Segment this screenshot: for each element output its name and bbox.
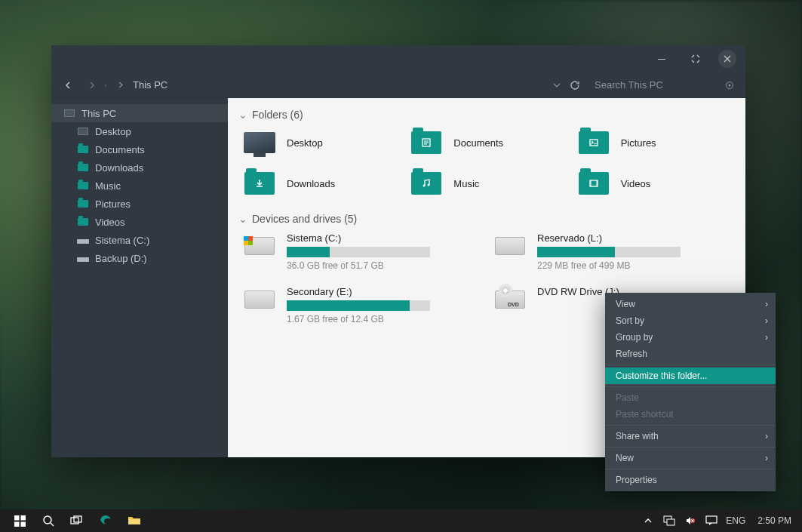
folder-videos[interactable]: Videos [577, 169, 735, 198]
folder-music[interactable]: Music [410, 169, 567, 198]
sidebar-item-label: Music [95, 180, 121, 192]
section-header-drives[interactable]: ⌄Devices and drives (5) [238, 213, 735, 225]
music-folder-icon [410, 169, 443, 198]
sidebar-item-music[interactable]: Music [51, 177, 228, 195]
sidebar-item-label: Desktop [95, 126, 131, 137]
navigation-pane: This PC Desktop Documents Downloads Musi… [51, 98, 228, 457]
file-explorer-button[interactable] [121, 510, 148, 531]
sidebar-item-videos[interactable]: Videos [51, 213, 228, 231]
close-button[interactable] [718, 50, 736, 68]
refresh-button[interactable] [564, 80, 585, 91]
address-dropdown-button[interactable] [549, 83, 564, 88]
menu-item-properties[interactable]: Properties [605, 472, 776, 488]
section-title: Folders (6) [252, 109, 303, 121]
search-input[interactable] [595, 79, 721, 91]
sidebar-item-this-pc[interactable]: This PC [51, 104, 228, 122]
svg-rect-14 [20, 521, 26, 527]
section-title: Devices and drives (5) [252, 213, 357, 225]
svg-rect-4 [590, 140, 598, 146]
titlebar [51, 45, 745, 72]
drive-label: Sistema (C:) [287, 232, 484, 244]
sidebar-item-pictures[interactable]: Pictures [51, 195, 228, 213]
language-indicator[interactable]: ENG [726, 515, 745, 526]
context-menu: View› Sort by› Group by› Refresh Customi… [605, 293, 776, 491]
clock[interactable]: 2:50 PM [753, 515, 796, 526]
drive-label: Reservado (L:) [537, 232, 735, 244]
folder-icon [77, 217, 89, 227]
svg-rect-11 [14, 515, 20, 521]
pictures-folder-icon [577, 128, 610, 157]
recent-locations-button[interactable]: · [104, 78, 113, 92]
drive-secondary-e[interactable]: Secondary (E:)1.67 GB free of 12.4 GB [243, 286, 484, 324]
search-button[interactable] [35, 510, 62, 531]
sidebar-item-label: Documents [95, 144, 145, 155]
address-bar: · This PC [51, 72, 745, 98]
menu-item-sort-by[interactable]: Sort by› [605, 312, 776, 329]
task-view-button[interactable] [63, 510, 91, 531]
menu-item-group-by[interactable]: Group by› [605, 329, 776, 346]
svg-point-2 [729, 84, 731, 86]
monitor-icon [77, 126, 89, 137]
chevron-down-icon: ⌄ [238, 109, 247, 121]
sidebar-item-drive-c[interactable]: Sistema (C:) [51, 231, 228, 249]
folder-label: Documents [453, 137, 503, 149]
svg-rect-9 [590, 180, 592, 186]
drive-icon [77, 235, 89, 245]
drive-icon [243, 286, 276, 313]
menu-item-share-with[interactable]: Share with› [605, 428, 776, 444]
menu-separator [605, 386, 776, 387]
folder-desktop[interactable]: Desktop [243, 128, 401, 157]
sidebar-item-documents[interactable]: Documents [51, 140, 228, 158]
svg-rect-12 [20, 515, 26, 521]
section-header-folders[interactable]: ⌄Folders (6) [238, 109, 735, 121]
menu-item-view[interactable]: View› [605, 296, 776, 312]
folder-documents[interactable]: Documents [410, 128, 567, 157]
dvd-drive-icon [493, 286, 527, 313]
edge-browser-button[interactable] [92, 510, 119, 531]
menu-item-customize-folder[interactable]: Customize this folder... [605, 367, 776, 384]
forward-button[interactable] [80, 75, 104, 96]
videos-folder-icon [577, 169, 610, 198]
monitor-icon [63, 108, 75, 118]
path-separator-icon [113, 81, 128, 88]
folder-label: Downloads [287, 178, 335, 189]
volume-icon[interactable] [684, 514, 697, 527]
folder-downloads[interactable]: Downloads [243, 169, 401, 198]
svg-rect-18 [128, 519, 140, 524]
svg-point-15 [44, 516, 51, 524]
menu-item-refresh[interactable]: Refresh [605, 346, 776, 362]
drive-free-text: 36.0 GB free of 51.7 GB [287, 260, 484, 271]
sidebar-item-desktop[interactable]: Desktop [51, 122, 228, 140]
drive-free-text: 1.67 GB free of 12.4 GB [287, 314, 484, 324]
breadcrumb[interactable]: This PC [128, 79, 172, 91]
chevron-right-icon: › [765, 332, 768, 343]
svg-rect-22 [706, 516, 717, 523]
back-button[interactable] [56, 75, 80, 96]
action-center-icon[interactable] [705, 514, 718, 527]
desktop-icon [243, 128, 276, 157]
maximize-button[interactable] [678, 48, 712, 69]
svg-rect-16 [71, 518, 78, 524]
sidebar-item-drive-d[interactable]: Backup (D:) [51, 249, 228, 267]
folder-label: Pictures [621, 137, 656, 149]
folder-pictures[interactable]: Pictures [577, 128, 735, 157]
menu-separator [605, 469, 776, 469]
tray-chevron-icon[interactable] [641, 514, 655, 527]
downloads-folder-icon [243, 169, 276, 198]
drive-label: Secondary (E:) [287, 286, 484, 297]
folder-label: Desktop [287, 137, 323, 149]
menu-item-new[interactable]: New› [605, 450, 776, 466]
drive-sistema-c[interactable]: Sistema (C:)36.0 GB free of 51.7 GB [243, 232, 484, 271]
usage-bar [287, 247, 430, 257]
folder-icon [77, 162, 89, 173]
chevron-right-icon: › [765, 431, 768, 441]
drive-reservado-l[interactable]: Reservado (L:)229 MB free of 499 MB [493, 232, 735, 271]
sidebar-item-downloads[interactable]: Downloads [51, 158, 228, 177]
start-button[interactable] [6, 510, 33, 531]
sidebar-item-label: Sistema (C:) [95, 235, 149, 246]
menu-separator [605, 447, 776, 447]
network-icon[interactable] [662, 514, 676, 527]
minimize-button[interactable] [644, 48, 678, 69]
folder-icon [77, 198, 89, 209]
search-settings-icon[interactable] [721, 81, 738, 90]
